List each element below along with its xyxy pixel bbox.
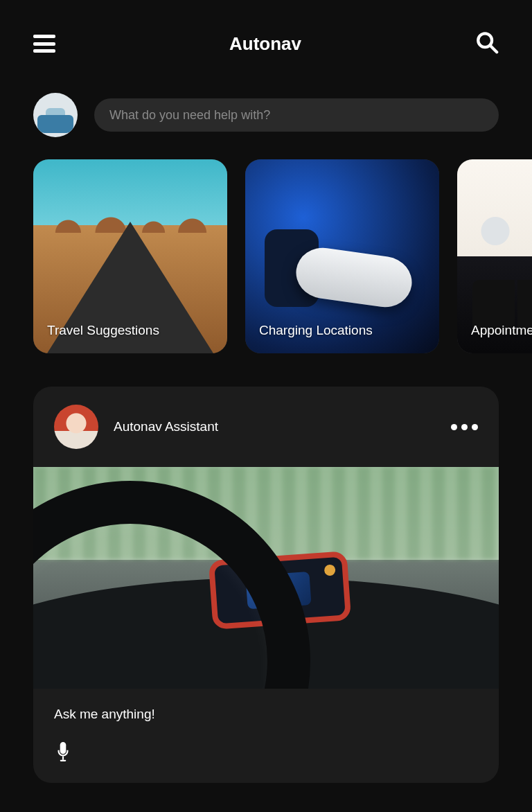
card-label: Travel Suggestions	[47, 323, 159, 338]
card-label: Charging Locations	[259, 323, 373, 338]
assistant-footer: Ask me anything!	[33, 689, 499, 783]
search-row	[0, 73, 532, 137]
help-search-input[interactable]	[94, 98, 499, 132]
suggestion-cards: Travel Suggestions Charging Locations Ap…	[0, 137, 532, 353]
menu-icon[interactable]	[33, 35, 55, 53]
svg-rect-2	[62, 756, 64, 759]
card-travel-suggestions[interactable]: Travel Suggestions	[33, 159, 227, 353]
app-title: Autonav	[229, 33, 301, 55]
more-icon[interactable]	[451, 424, 478, 430]
assistant-avatar[interactable]	[54, 405, 98, 449]
card-label: Appointments	[471, 323, 532, 338]
search-icon[interactable]	[475, 30, 499, 57]
user-avatar[interactable]	[33, 93, 78, 137]
app-header: Autonav	[0, 0, 532, 73]
assistant-prompt: Ask me anything!	[54, 707, 478, 722]
assistant-name: Autonav Assistant	[114, 419, 218, 434]
card-appointments[interactable]: Appointments	[457, 159, 532, 353]
svg-line-1	[490, 46, 497, 52]
assistant-hero-image	[33, 467, 499, 689]
card-charging-locations[interactable]: Charging Locations	[245, 159, 439, 353]
mic-icon[interactable]	[54, 741, 75, 762]
assistant-header: Autonav Assistant	[33, 387, 499, 467]
assistant-panel: Autonav Assistant Ask me anything!	[33, 387, 499, 783]
svg-rect-3	[60, 760, 66, 761]
